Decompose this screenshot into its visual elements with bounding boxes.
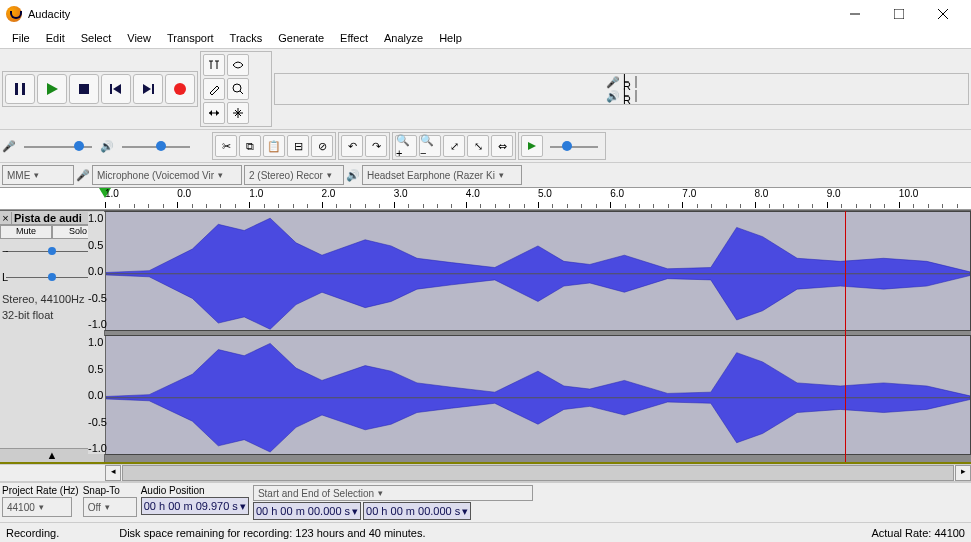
stop-button[interactable] bbox=[69, 74, 99, 104]
maximize-button[interactable] bbox=[877, 0, 921, 28]
svg-rect-11 bbox=[152, 84, 154, 94]
envelope-tool[interactable] bbox=[227, 54, 249, 76]
app-icon bbox=[6, 6, 22, 22]
status-actual-rate: Actual Rate: 44100 bbox=[871, 527, 965, 539]
svg-point-12 bbox=[174, 83, 186, 95]
mute-button[interactable]: Mute bbox=[0, 225, 52, 239]
menu-effect[interactable]: Effect bbox=[332, 30, 376, 46]
zoom-tool[interactable] bbox=[227, 78, 249, 100]
menu-view[interactable]: View bbox=[119, 30, 159, 46]
record-button[interactable] bbox=[165, 74, 195, 104]
speaker-slider-icon: 🔊 bbox=[100, 140, 114, 153]
paste-button[interactable]: 📋 bbox=[263, 135, 285, 157]
undo-button[interactable]: ↶ bbox=[341, 135, 363, 157]
svg-rect-5 bbox=[22, 83, 25, 95]
skip-end-button[interactable] bbox=[133, 74, 163, 104]
tracks-area: × Pista de audi ▼ Mute Solo −+ LR Stereo… bbox=[0, 210, 971, 464]
scroll-right-button[interactable]: ▸ bbox=[955, 465, 971, 481]
close-button[interactable] bbox=[921, 0, 965, 28]
device-toolbar: MME 🎤 Microphone (Voicemod Vir 2 (Stereo… bbox=[0, 163, 971, 188]
svg-marker-22 bbox=[528, 142, 536, 150]
gain-slider[interactable]: −+ bbox=[6, 243, 98, 261]
timeshift-tool[interactable] bbox=[203, 102, 225, 124]
status-disk: Disk space remaining for recording: 123 … bbox=[119, 527, 425, 539]
zoom-out-button[interactable]: 🔍− bbox=[419, 135, 441, 157]
skip-start-button[interactable] bbox=[101, 74, 131, 104]
title-bar: Audacity bbox=[0, 0, 971, 28]
menu-bar: File Edit Select View Transport Tracks G… bbox=[0, 28, 971, 48]
minimize-button[interactable] bbox=[833, 0, 877, 28]
svg-line-18 bbox=[240, 91, 243, 94]
menu-help[interactable]: Help bbox=[431, 30, 470, 46]
snap-to-combo[interactable]: Off bbox=[83, 497, 137, 517]
input-device-combo[interactable]: Microphone (Voicemod Vir bbox=[92, 165, 242, 185]
audio-host-combo[interactable]: MME bbox=[2, 165, 74, 185]
svg-marker-10 bbox=[143, 84, 151, 94]
status-state: Recording. bbox=[6, 527, 59, 539]
svg-rect-4 bbox=[15, 83, 18, 95]
mic-icon: 🎤 bbox=[606, 76, 620, 89]
track-close-button[interactable]: × bbox=[0, 212, 12, 224]
zoom-in-button[interactable]: 🔍+ bbox=[395, 135, 417, 157]
waveform-channel-right[interactable]: 1.00.50.0-0.5-1.0 bbox=[105, 335, 971, 455]
tools-toolbar bbox=[200, 51, 272, 127]
output-device-combo[interactable]: Headset Earphone (Razer Ki bbox=[362, 165, 522, 185]
selection-start-field[interactable]: 00 h 00 m 00.000 s▾ bbox=[253, 502, 361, 520]
menu-generate[interactable]: Generate bbox=[270, 30, 332, 46]
selection-mode-combo[interactable]: Start and End of Selection bbox=[253, 485, 533, 501]
playback-volume-slider[interactable] bbox=[116, 137, 196, 155]
snap-to-label: Snap-To bbox=[83, 485, 137, 496]
scroll-left-button[interactable]: ◂ bbox=[105, 465, 121, 481]
menu-analyze[interactable]: Analyze bbox=[376, 30, 431, 46]
waveform-area[interactable]: 1.00.50.0-0.5-1.0 1.00.50.0-0.5-1.0 bbox=[105, 211, 971, 462]
recording-volume-slider[interactable] bbox=[18, 137, 98, 155]
play-at-speed-button[interactable] bbox=[521, 135, 543, 157]
selection-end-field[interactable]: 00 h 00 m 00.000 s▾ bbox=[363, 502, 471, 520]
svg-rect-8 bbox=[110, 84, 112, 94]
selection-tool[interactable] bbox=[203, 54, 225, 76]
undo-toolbar: ↶ ↷ bbox=[338, 132, 390, 160]
trim-button[interactable]: ⊟ bbox=[287, 135, 309, 157]
recording-meter[interactable]: 🎤 LR -57-54-51-48-45-42-39-36-33-30-27-2… bbox=[274, 73, 969, 105]
redo-button[interactable]: ↷ bbox=[365, 135, 387, 157]
toolbar-row-1: 🎤 LR -57-54-51-48-45-42-39-36-33-30-27-2… bbox=[0, 48, 971, 130]
play-button[interactable] bbox=[37, 74, 67, 104]
project-rate-combo[interactable]: 44100 bbox=[2, 497, 72, 517]
multi-tool[interactable] bbox=[227, 102, 249, 124]
edit-toolbar: ✂ ⧉ 📋 ⊟ ⊘ bbox=[212, 132, 336, 160]
status-bar: Recording. Disk space remaining for reco… bbox=[0, 522, 971, 542]
waveform-channel-left[interactable]: 1.00.50.0-0.5-1.0 bbox=[105, 211, 971, 331]
cut-button[interactable]: ✂ bbox=[215, 135, 237, 157]
svg-point-17 bbox=[233, 84, 241, 92]
timeline-ruler[interactable]: 1.00.01.02.03.04.05.06.07.08.09.010.011.… bbox=[0, 188, 971, 210]
track-name[interactable]: Pista de audi bbox=[12, 212, 94, 224]
menu-edit[interactable]: Edit bbox=[38, 30, 73, 46]
input-device-icon: 🎤 bbox=[76, 169, 90, 182]
zoom-toolbar: 🔍+ 🔍− ⤢ ⤡ ⇔ bbox=[392, 132, 516, 160]
horizontal-scrollbar[interactable]: ◂ ▸ bbox=[0, 464, 971, 482]
menu-file[interactable]: File bbox=[4, 30, 38, 46]
input-channels-combo[interactable]: 2 (Stereo) Recor bbox=[244, 165, 344, 185]
mic-slider-icon: 🎤 bbox=[2, 140, 16, 153]
svg-marker-20 bbox=[209, 110, 212, 116]
play-speed-slider[interactable] bbox=[544, 137, 604, 155]
svg-rect-7 bbox=[79, 84, 89, 94]
pause-button[interactable] bbox=[5, 74, 35, 104]
window-title: Audacity bbox=[28, 8, 833, 20]
menu-select[interactable]: Select bbox=[73, 30, 120, 46]
menu-tracks[interactable]: Tracks bbox=[222, 30, 271, 46]
pan-slider[interactable]: LR bbox=[6, 269, 98, 287]
speaker-icon: 🔊 bbox=[606, 90, 620, 103]
menu-transport[interactable]: Transport bbox=[159, 30, 222, 46]
svg-marker-21 bbox=[216, 110, 219, 116]
zoom-sel-button[interactable]: ⤢ bbox=[443, 135, 465, 157]
audio-position-field[interactable]: 00 h 00 m 09.970 s▾ bbox=[141, 497, 249, 515]
zoom-toggle-button[interactable]: ⇔ bbox=[491, 135, 513, 157]
zoom-fit-button[interactable]: ⤡ bbox=[467, 135, 489, 157]
copy-button[interactable]: ⧉ bbox=[239, 135, 261, 157]
draw-tool[interactable] bbox=[203, 78, 225, 100]
transcription-toolbar bbox=[518, 132, 606, 160]
selection-toolbar: Project Rate (Hz) 44100 Snap-To Off Audi… bbox=[0, 482, 971, 522]
silence-button[interactable]: ⊘ bbox=[311, 135, 333, 157]
output-device-icon: 🔊 bbox=[346, 169, 360, 182]
